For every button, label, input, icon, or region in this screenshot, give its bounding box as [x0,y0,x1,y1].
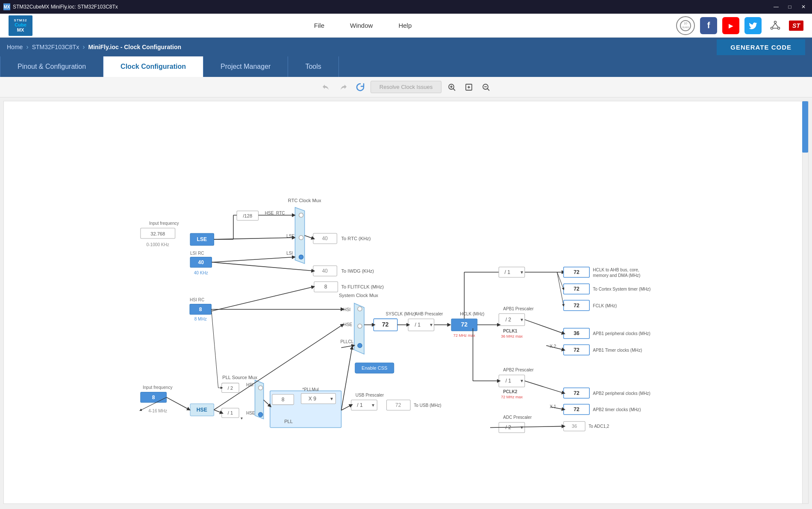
menu-window[interactable]: Window [350,22,373,29]
svg-point-68 [299,235,303,240]
svg-text:▾: ▾ [330,396,333,402]
svg-text:72 MHz max: 72 MHz max [453,333,475,338]
svg-text:AHB Prescaler: AHB Prescaler [415,312,443,316]
close-button[interactable]: ✕ [798,3,809,11]
tab-bar: Pinout & Configuration Clock Configurati… [0,56,812,77]
svg-text:8 MHz: 8 MHz [194,317,207,321]
tab-clock[interactable]: Clock Configuration [103,56,203,77]
title-bar-title: STM32CubeMX MiniFly.ioc: STM32F103C8Tx [13,4,771,10]
svg-text:72: 72 [574,303,580,309]
svg-line-7 [775,23,778,27]
svg-text:▾: ▾ [241,416,243,421]
breadcrumb-chip[interactable]: STM32F103C8Tx [32,44,79,50]
svg-text:Input frequency: Input frequency [143,385,173,390]
facebook-icon[interactable]: f [700,17,717,34]
twitter-icon[interactable] [744,17,762,34]
svg-text:/ 2: / 2 [228,385,233,391]
svg-point-3 [774,21,777,23]
menu-items: File Window Help [50,22,676,29]
svg-text:/ 2: / 2 [506,317,512,323]
svg-text:*PLLMul: *PLLMul [303,387,319,392]
zoom-out-button[interactable] [479,80,493,94]
svg-text:/ 1: / 1 [357,402,363,408]
tab-pinout[interactable]: Pinout & Configuration [0,56,103,77]
tab-project[interactable]: Project Manager [203,56,288,77]
svg-text:APB2 peripheral clocks (MHz): APB2 peripheral clocks (MHz) [593,391,650,396]
svg-text:36 MHz max: 36 MHz max [501,334,523,338]
svg-text:8: 8 [324,284,327,290]
svg-text:HSE: HSE [197,407,207,413]
svg-text:System Clock Mux: System Clock Mux [339,293,378,298]
refresh-button[interactable] [353,80,367,94]
svg-text:40 KHz: 40 KHz [194,271,208,275]
svg-text:To Cortex System timer (MHz): To Cortex System timer (MHz) [593,287,650,291]
svg-text:40: 40 [322,268,328,274]
app-logo: STM32 Cube MX [9,15,32,36]
scrollbar-track [802,101,808,503]
svg-line-6 [772,23,775,27]
svg-text:/ 1: / 1 [506,378,512,384]
svg-text:▾: ▾ [521,424,523,430]
svg-text:PLL Source Mux: PLL Source Mux [222,375,257,380]
svg-text:72: 72 [574,347,580,353]
scrollbar-thumb[interactable] [802,101,808,153]
svg-text:PCLK1: PCLK1 [503,329,517,333]
svg-text:/128: /128 [243,213,253,218]
svg-text:▾: ▾ [521,269,523,275]
svg-text:RTC Clock Mux: RTC Clock Mux [288,198,321,203]
svg-text:HCLK to AHB bus, core,: HCLK to AHB bus, core, [593,268,639,272]
lse-freq-label: Input frequency [149,221,179,226]
main-content: Input frequency 32.768 0-1000 KHz LSE LS… [3,101,809,504]
svg-text:HSI RC: HSI RC [190,297,204,302]
breadcrumb-current: MiniFly.ioc - Clock Configuration [88,44,182,50]
menu-file[interactable]: File [314,22,324,29]
svg-text:▾: ▾ [430,322,432,328]
svg-text:HSE: HSE [246,411,255,415]
svg-text:72: 72 [574,390,580,396]
generate-code-button[interactable]: GENERATE CODE [717,39,805,55]
svg-point-85 [358,324,362,328]
svg-text:SYSCLK (MHz): SYSCLK (MHz) [386,312,416,316]
menu-help[interactable]: Help [398,22,412,29]
zoom-fit-button[interactable] [462,80,476,94]
svg-point-4 [771,27,773,29]
logo-cube: Cube [15,22,26,27]
breadcrumb-home[interactable]: Home [7,44,23,50]
svg-line-17 [488,88,490,91]
svg-text:HSI: HSI [344,307,351,312]
svg-point-69 [299,255,303,259]
svg-text:USB Prescaler: USB Prescaler [356,393,384,397]
svg-text:72 MHz max: 72 MHz max [501,395,523,399]
svg-text:PCLK2: PCLK2 [503,389,517,394]
svg-text:HSE: HSE [344,322,353,327]
svg-text:8: 8 [282,397,285,403]
svg-point-5 [778,27,780,29]
svg-point-67 [299,213,303,217]
svg-text:40: 40 [198,259,204,265]
svg-text:Enable CSS: Enable CSS [362,365,388,371]
undo-button[interactable] [319,80,333,94]
svg-text:To IWDG (KHz): To IWDG (KHz) [341,268,374,274]
network-icon [767,17,784,34]
svg-text:0-1000 KHz: 0-1000 KHz [147,242,169,247]
st-logo: ST [789,21,803,31]
anniversary-icon: 10 YEARS [676,16,695,35]
resolve-clock-button[interactable]: Resolve Clock Issues [371,81,441,93]
svg-text:APB1 peripheral clocks (MHz): APB1 peripheral clocks (MHz) [593,331,650,336]
svg-text:APB2 Prescaler: APB2 Prescaler [503,368,534,372]
clock-diagram: Input frequency 32.768 0-1000 KHz LSE LS… [4,101,808,503]
minimize-button[interactable]: — [771,3,781,11]
maximize-button[interactable]: □ [785,3,795,11]
svg-text:40: 40 [322,235,328,241]
redo-button[interactable] [336,80,350,94]
svg-text:HSI: HSI [246,382,253,387]
tab-tools[interactable]: Tools [288,56,338,77]
svg-text:memory and DMA (MHz): memory and DMA (MHz) [593,273,640,278]
svg-text:▾: ▾ [372,402,374,408]
youtube-icon[interactable]: ▶ [722,17,739,34]
zoom-in-button[interactable] [445,80,459,94]
svg-text:36: 36 [572,424,577,429]
svg-text:HCLK (MHz): HCLK (MHz) [460,312,484,316]
svg-text:10: 10 [684,22,687,25]
svg-text:YEARS: YEARS [682,26,690,29]
